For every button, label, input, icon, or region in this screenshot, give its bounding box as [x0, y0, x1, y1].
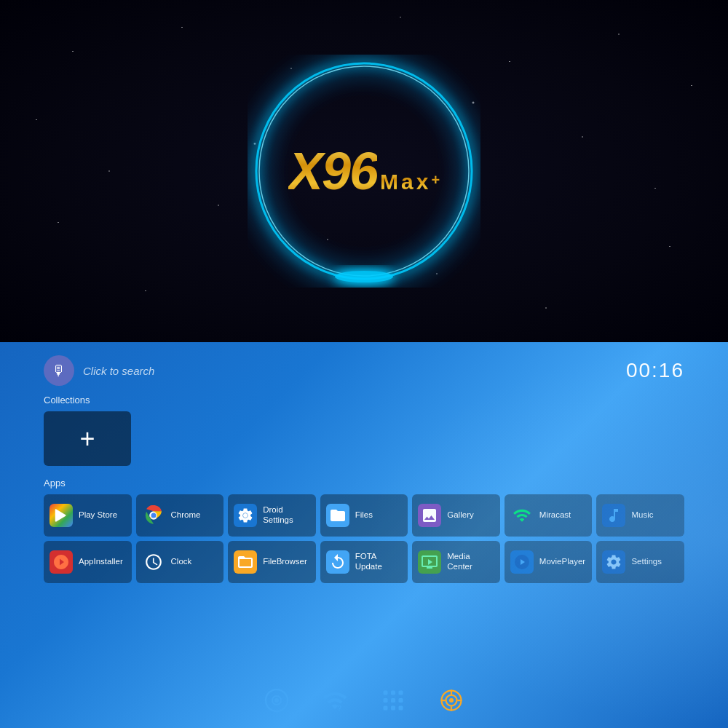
svg-rect-17: [391, 698, 395, 703]
clock-icon: [142, 550, 165, 574]
bottom-nav: ?: [0, 686, 728, 715]
appinstaller-icon: [50, 550, 73, 574]
fota-icon: [326, 550, 349, 574]
svg-rect-14: [391, 691, 395, 695]
logo-container: X96Max+: [248, 55, 480, 288]
mic-icon: 🎙: [52, 363, 66, 379]
app-music[interactable]: Music: [596, 494, 684, 537]
app-mediacenter[interactable]: Media Center: [412, 541, 500, 583]
mic-button[interactable]: 🎙: [44, 355, 74, 386]
app-clock[interactable]: Clock: [136, 541, 224, 583]
app-movieplayer-label: MoviePlayer: [539, 557, 585, 567]
svg-point-11: [274, 698, 279, 703]
svg-rect-16: [384, 698, 388, 703]
nav-target-icon[interactable]: [437, 686, 466, 715]
app-settings[interactable]: Settings: [596, 541, 684, 583]
header-bar: 🎙 Click to search 00:16: [44, 342, 684, 395]
apps-label: Apps: [44, 478, 684, 488]
app-droid-settings[interactable]: Droid Settings: [228, 494, 316, 537]
apps-grid: Play Store Chrome Droid Settings: [44, 494, 684, 583]
app-files[interactable]: Files: [320, 494, 408, 537]
app-appinstaller[interactable]: AppInstaller: [44, 541, 132, 583]
miracast-icon: [510, 504, 534, 527]
app-settings-label: Settings: [631, 557, 662, 567]
svg-rect-21: [399, 706, 403, 711]
logo-x96: X96: [288, 141, 377, 201]
logo-plus: +: [431, 172, 440, 189]
app-clock-label: Clock: [171, 557, 192, 567]
playstore-icon: [50, 504, 73, 527]
settings-icon: [602, 550, 625, 574]
logo-max: Max: [380, 170, 431, 194]
collections-label: Collections: [44, 395, 684, 405]
brand-logo: X96Max+: [288, 141, 440, 201]
search-hint[interactable]: Click to search: [83, 365, 154, 377]
svg-rect-13: [384, 691, 388, 695]
droid-settings-icon: [234, 504, 257, 527]
app-filebrowser[interactable]: FileBrowser: [228, 541, 316, 583]
app-files-label: Files: [355, 510, 373, 521]
app-movieplayer[interactable]: MoviePlayer: [505, 541, 593, 583]
files-icon: [326, 504, 349, 527]
svg-rect-18: [399, 698, 403, 703]
svg-text:?: ?: [337, 704, 341, 713]
chrome-icon: [142, 504, 165, 527]
hero-section: X96Max+: [0, 0, 728, 342]
app-chrome[interactable]: Chrome: [136, 494, 224, 537]
filebrowser-icon: [234, 550, 257, 574]
svg-rect-20: [391, 706, 395, 711]
app-appinstaller-label: AppInstaller: [79, 557, 123, 567]
app-gallery-label: Gallery: [447, 510, 473, 521]
movieplayer-icon: [510, 550, 534, 574]
app-miracast-label: Miracast: [539, 510, 571, 521]
nav-settings-icon[interactable]: [262, 686, 291, 715]
music-icon: [602, 504, 625, 527]
nav-apps-icon[interactable]: [379, 686, 408, 715]
clock-display: 00:16: [626, 359, 684, 382]
app-fota-label: FOTA Update: [355, 552, 403, 572]
app-mediacenter-label: Media Center: [447, 552, 494, 572]
gallery-icon: [418, 504, 441, 527]
app-music-label: Music: [631, 510, 653, 521]
app-miracast[interactable]: Miracast: [505, 494, 593, 537]
app-fota[interactable]: FOTA Update: [320, 541, 408, 583]
svg-point-6: [151, 513, 156, 518]
svg-rect-15: [399, 691, 403, 695]
app-playstore-label: Play Store: [79, 510, 117, 521]
nav-wifi-icon[interactable]: ?: [320, 686, 349, 715]
svg-point-3: [335, 271, 393, 282]
mediacenter-icon: [418, 550, 441, 574]
app-filebrowser-label: FileBrowser: [263, 557, 307, 567]
add-collection-button[interactable]: +: [44, 411, 131, 466]
collections-row: +: [44, 411, 684, 466]
svg-point-7: [243, 513, 248, 518]
svg-point-8: [515, 555, 529, 569]
app-droid-settings-label: Droid Settings: [263, 505, 310, 526]
android-tv-ui: 🎙 Click to search 00:16 Collections + Ap…: [0, 342, 728, 728]
app-gallery[interactable]: Gallery: [412, 494, 500, 537]
svg-rect-19: [384, 706, 388, 711]
svg-point-24: [449, 698, 454, 703]
app-chrome-label: Chrome: [171, 510, 201, 521]
search-area: 🎙 Click to search: [44, 355, 154, 386]
app-playstore[interactable]: Play Store: [44, 494, 132, 537]
